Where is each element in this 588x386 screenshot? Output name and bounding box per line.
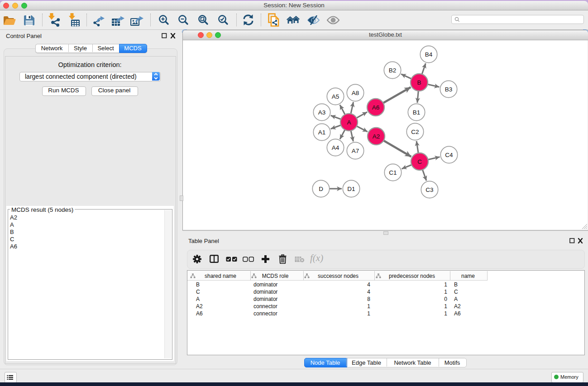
svg-text:A8: A8 [352,90,359,96]
svg-text:B: B [417,79,421,86]
svg-text:D: D [319,186,323,192]
svg-text:B2: B2 [389,67,397,74]
svg-text:A1: A1 [318,129,326,136]
svg-text:B4: B4 [425,51,433,58]
svg-text:B3: B3 [445,86,453,93]
svg-text:A5: A5 [332,93,339,100]
svg-text:A7: A7 [352,148,359,154]
svg-text:C4: C4 [445,152,453,158]
svg-text:C1: C1 [389,169,397,176]
svg-text:A4: A4 [332,144,339,151]
svg-text:C2: C2 [411,129,419,135]
svg-text:A3: A3 [318,109,326,116]
svg-text:B1: B1 [413,109,421,116]
svg-text:C3: C3 [425,186,433,193]
svg-text:A: A [347,119,351,126]
svg-text:A6: A6 [372,104,380,111]
svg-text:A2: A2 [373,133,380,140]
svg-text:C: C [417,158,422,165]
svg-text:D1: D1 [347,186,355,192]
